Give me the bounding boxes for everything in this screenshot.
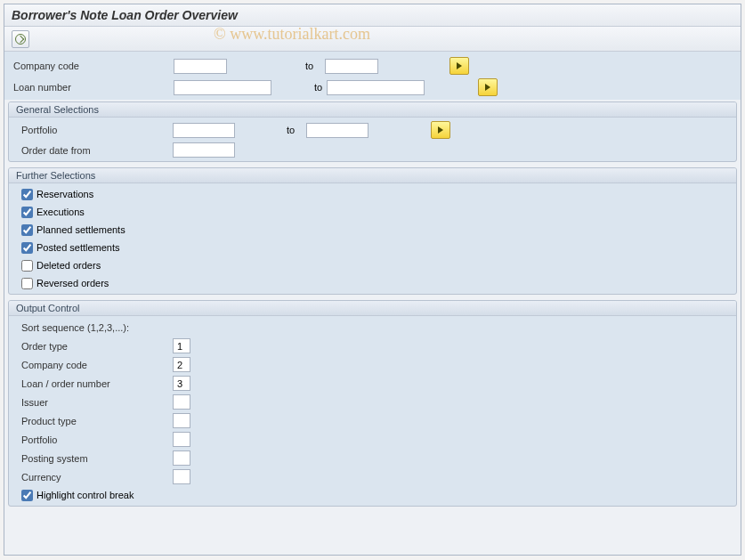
planned-settlements-label: Planned settlements bbox=[36, 224, 126, 235]
portfolio-from-input[interactable] bbox=[173, 123, 235, 138]
general-selections-group: General Selections Portfolio to Order da… bbox=[8, 101, 737, 162]
further-selections-header: Further Selections bbox=[9, 168, 736, 183]
company-code-to-label: to bbox=[298, 61, 325, 71]
portfolio-to-input[interactable] bbox=[306, 123, 368, 138]
loan-number-row: Loan number to bbox=[4, 77, 741, 98]
order-type-label: Order type bbox=[21, 341, 173, 352]
order-type-input[interactable] bbox=[173, 338, 190, 353]
arrow-right-icon bbox=[438, 125, 443, 135]
further-selections-group: Further Selections Reservations Executio… bbox=[8, 167, 737, 295]
reservations-checkbox[interactable] bbox=[21, 189, 33, 200]
order-date-from-label: Order date from bbox=[21, 145, 173, 156]
loan-number-from-input[interactable] bbox=[174, 80, 271, 95]
highlight-control-break-label: Highlight control break bbox=[36, 490, 134, 500]
reversed-orders-label: Reversed orders bbox=[36, 278, 109, 288]
loan-order-number-label: Loan / order number bbox=[21, 378, 173, 389]
deleted-orders-label: Deleted orders bbox=[36, 260, 101, 271]
company-code-label: Company code bbox=[13, 61, 174, 71]
loan-number-to-label: to bbox=[307, 82, 327, 93]
currency-label: Currency bbox=[21, 472, 173, 483]
sort-sequence-row: Sort sequence (1,2,3,...): bbox=[9, 318, 736, 337]
executions-checkbox[interactable] bbox=[21, 207, 33, 218]
issuer-input[interactable] bbox=[173, 394, 190, 410]
sort-sequence-label: Sort sequence (1,2,3,...): bbox=[21, 322, 244, 333]
output-product-type-label: Product type bbox=[21, 416, 173, 426]
output-company-code-label: Company code bbox=[21, 360, 173, 370]
toolbar bbox=[4, 27, 741, 52]
currency-input[interactable] bbox=[173, 469, 190, 484]
highlight-control-break-checkbox[interactable] bbox=[21, 490, 33, 501]
loan-number-to-input[interactable] bbox=[327, 80, 425, 95]
portfolio-row: Portfolio to bbox=[9, 119, 736, 141]
company-code-to-input[interactable] bbox=[325, 59, 378, 74]
portfolio-multi-button[interactable] bbox=[431, 121, 450, 139]
loan-order-number-input[interactable] bbox=[173, 376, 190, 391]
output-company-code-input[interactable] bbox=[173, 357, 190, 372]
reservations-label: Reservations bbox=[36, 189, 93, 199]
execute-button[interactable] bbox=[12, 30, 29, 48]
company-code-multi-button[interactable] bbox=[449, 57, 469, 75]
reversed-orders-checkbox[interactable] bbox=[21, 278, 33, 289]
execute-icon bbox=[15, 34, 26, 45]
output-control-header: Output Control bbox=[9, 301, 736, 316]
posted-settlements-checkbox[interactable] bbox=[21, 242, 33, 254]
posting-system-label: Posting system bbox=[21, 453, 173, 464]
portfolio-label: Portfolio bbox=[21, 125, 173, 135]
loan-number-multi-button[interactable] bbox=[478, 78, 498, 96]
main-frame: Borrower's Note Loan Order Overview Comp… bbox=[4, 4, 741, 556]
order-date-from-input[interactable] bbox=[173, 142, 235, 158]
posted-settlements-label: Posted settlements bbox=[36, 242, 120, 253]
product-type-input[interactable] bbox=[173, 413, 190, 428]
company-code-row: Company code to bbox=[4, 55, 741, 77]
output-portfolio-input[interactable] bbox=[173, 432, 190, 447]
order-date-from-row: Order date from bbox=[9, 141, 736, 159]
loan-number-label: Loan number bbox=[13, 82, 174, 93]
general-selections-header: General Selections bbox=[9, 102, 736, 118]
portfolio-to-label: to bbox=[279, 125, 306, 135]
company-code-from-input[interactable] bbox=[174, 59, 227, 74]
page-title: Borrower's Note Loan Order Overview bbox=[4, 4, 741, 27]
output-portfolio-label: Portfolio bbox=[21, 434, 173, 445]
output-control-group: Output Control Sort sequence (1,2,3,...)… bbox=[8, 300, 737, 507]
arrow-right-icon bbox=[457, 61, 462, 71]
posting-system-input[interactable] bbox=[173, 450, 190, 466]
planned-settlements-checkbox[interactable] bbox=[21, 224, 33, 236]
deleted-orders-checkbox[interactable] bbox=[21, 260, 33, 272]
issuer-label: Issuer bbox=[21, 397, 173, 408]
executions-label: Executions bbox=[36, 207, 85, 217]
arrow-right-icon bbox=[485, 82, 490, 93]
